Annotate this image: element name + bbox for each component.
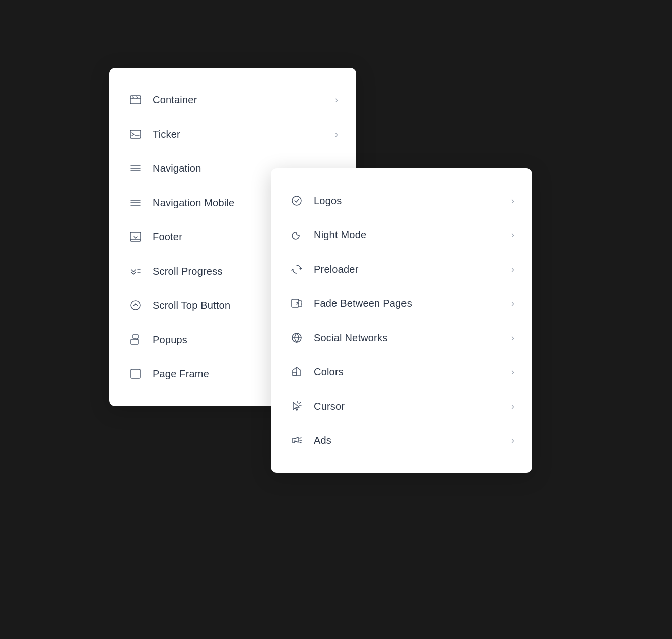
svg-line-27	[300, 442, 301, 443]
svg-rect-18	[292, 299, 299, 307]
preloader-chevron: ›	[511, 264, 514, 275]
colors-chevron: ›	[511, 367, 514, 377]
cursor-icon	[289, 398, 305, 414]
colors-label: Colors	[314, 366, 511, 378]
svg-point-14	[131, 301, 140, 310]
social-networks-icon	[289, 330, 305, 346]
menu-item-preloader[interactable]: Preloader ›	[271, 252, 532, 286]
ads-chevron: ›	[511, 435, 514, 446]
container-chevron: ›	[335, 95, 338, 105]
navigation-icon	[127, 160, 144, 176]
social-networks-label: Social Networks	[314, 332, 511, 344]
menu-item-night-mode[interactable]: Night Mode ›	[271, 218, 532, 252]
night-mode-chevron: ›	[511, 230, 514, 240]
menu-item-ticker[interactable]: Ticker ›	[109, 117, 356, 151]
page-frame-icon	[127, 366, 144, 382]
menu-item-colors[interactable]: Colors ›	[271, 355, 532, 389]
night-mode-icon	[289, 227, 305, 243]
ticker-icon	[127, 126, 144, 142]
svg-rect-0	[130, 96, 141, 104]
colors-icon	[289, 364, 305, 380]
navigation-mobile-icon	[127, 195, 144, 211]
container-icon	[127, 92, 144, 108]
social-networks-chevron: ›	[511, 333, 514, 343]
ads-label: Ads	[314, 435, 511, 446]
menu-item-social-networks[interactable]: Social Networks ›	[271, 321, 532, 355]
menu-item-fade-between-pages[interactable]: Fade Between Pages ›	[271, 286, 532, 321]
scroll-top-icon	[127, 297, 144, 313]
fade-between-pages-chevron: ›	[511, 298, 514, 309]
panels-wrapper: Container › Ticker › Nav	[109, 68, 563, 571]
preloader-label: Preloader	[314, 264, 511, 275]
logos-icon	[289, 193, 305, 209]
footer-icon	[127, 229, 144, 245]
svg-line-22	[299, 402, 301, 404]
night-mode-label: Night Mode	[314, 229, 511, 241]
fade-between-pages-label: Fade Between Pages	[314, 298, 511, 309]
svg-rect-16	[131, 369, 140, 378]
panel-right: Logos › Night Mode › Preloader	[271, 168, 532, 473]
popups-icon	[127, 332, 144, 348]
cursor-label: Cursor	[314, 401, 511, 412]
menu-item-container[interactable]: Container ›	[109, 83, 356, 117]
menu-item-logos[interactable]: Logos ›	[271, 183, 532, 218]
fade-between-pages-icon	[289, 295, 305, 311]
scroll-progress-icon	[127, 263, 144, 279]
logos-chevron: ›	[511, 196, 514, 206]
svg-line-25	[300, 438, 301, 438]
ticker-chevron: ›	[335, 129, 338, 140]
svg-point-17	[292, 196, 301, 205]
ads-icon	[289, 432, 305, 449]
menu-item-ads[interactable]: Ads ›	[271, 423, 532, 458]
preloader-icon	[289, 261, 305, 277]
svg-rect-10	[130, 232, 141, 241]
logos-label: Logos	[314, 195, 511, 207]
container-label: Container	[153, 94, 335, 106]
ticker-label: Ticker	[153, 129, 335, 140]
cursor-chevron: ›	[511, 401, 514, 412]
svg-rect-2	[130, 130, 141, 138]
menu-item-cursor[interactable]: Cursor ›	[271, 389, 532, 423]
